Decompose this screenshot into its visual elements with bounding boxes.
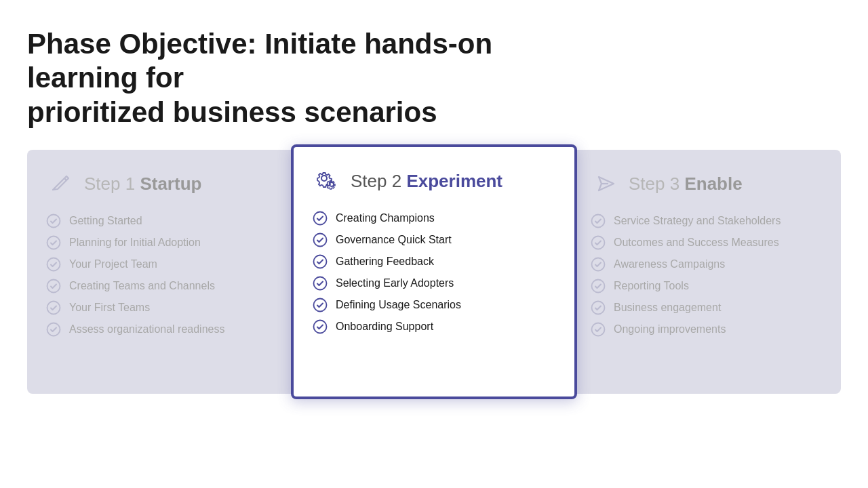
check-icon [46,279,61,293]
step-title-step2: Step 2 Experiment [351,171,502,192]
list-item: Service Strategy and Stakeholders [591,214,822,228]
check-icon [313,298,328,312]
svg-point-14 [592,215,605,228]
list-item: Defining Usage Scenarios [313,298,555,312]
svg-point-6 [321,176,327,181]
page-container: Phase Objective: Initiate hands-on learn… [0,0,868,488]
list-item-label: Business engagement [614,302,721,314]
check-icon [46,214,61,228]
step-items-step3: Service Strategy and Stakeholders Outcom… [591,214,822,337]
step-card-step1: Step 1 Startup Getting Started Planning … [27,150,296,394]
check-icon [591,300,606,315]
step-card-step3: Step 3 Enable Service Strategy and Stake… [572,150,841,394]
list-item: Reporting Tools [591,279,822,293]
step-items-step1: Getting Started Planning for Initial Ado… [46,214,277,337]
list-item-label: Ongoing improvements [614,323,726,336]
list-item: Your Project Team [46,257,277,272]
list-item-label: Your Project Team [69,258,157,270]
check-icon [313,211,328,226]
page-title: Phase Objective: Initiate hands-on learn… [27,27,570,129]
list-item: Ongoing improvements [591,322,822,337]
list-item-label: Reporting Tools [614,280,689,292]
list-item-label: Onboarding Support [336,321,433,333]
svg-point-5 [47,323,60,336]
check-icon [46,322,61,337]
list-item-label: Selecting Early Adopters [336,277,454,289]
list-item-label: Awareness Campaigns [614,258,725,270]
check-icon [591,322,606,337]
svg-point-4 [47,302,60,314]
list-item: Your First Teams [46,300,277,315]
step-header-step1: Step 1 Startup [46,169,277,199]
list-item-label: Your First Teams [69,302,150,314]
step-items-step2: Creating Champions Governance Quick Star… [313,211,555,334]
steps-container: Step 1 Startup Getting Started Planning … [27,150,841,394]
list-item-label: Creating Champions [336,212,435,224]
svg-point-15 [592,237,605,249]
svg-point-16 [592,258,605,271]
svg-point-1 [47,237,60,249]
svg-point-3 [47,280,60,293]
list-item-label: Creating Teams and Channels [69,280,215,292]
list-item: Gathering Feedback [313,254,555,269]
svg-point-9 [313,234,326,247]
check-icon [591,279,606,293]
check-icon [591,257,606,272]
list-item-label: Gathering Feedback [336,256,434,268]
step-title-step1: Step 1 Startup [84,174,201,195]
list-item: Selecting Early Adopters [313,276,555,291]
list-item-label: Planning for Initial Adoption [69,237,201,249]
svg-point-18 [592,302,605,314]
check-icon [46,257,61,272]
svg-point-12 [313,299,326,312]
step-header-step2: Step 2 Experiment [313,166,555,196]
list-item-label: Governance Quick Start [336,234,452,246]
check-icon [591,214,606,228]
list-item-label: Defining Usage Scenarios [336,299,461,311]
check-icon [313,254,328,269]
list-item: Assess organizational readiness [46,322,277,337]
svg-point-13 [313,321,326,333]
list-item-label: Outcomes and Success Measures [614,237,779,249]
check-icon [46,300,61,315]
list-item-label: Assess organizational readiness [69,323,224,336]
check-icon [313,232,328,247]
svg-point-19 [592,323,605,336]
svg-point-0 [47,215,60,228]
list-item: Awareness Campaigns [591,257,822,272]
step-title-step3: Step 3 Enable [629,174,743,195]
gears-icon [313,166,342,196]
step-header-step3: Step 3 Enable [591,169,822,199]
list-item-label: Service Strategy and Stakeholders [614,215,781,227]
svg-point-8 [313,212,326,225]
list-item: Outcomes and Success Measures [591,235,822,250]
list-item: Getting Started [46,214,277,228]
list-item: Business engagement [591,300,822,315]
check-icon [313,276,328,291]
pencil-icon [46,169,76,199]
check-icon [313,319,328,334]
svg-point-7 [330,182,334,186]
svg-point-17 [592,280,605,293]
list-item: Creating Teams and Channels [46,279,277,293]
list-item: Onboarding Support [313,319,555,334]
check-icon [591,235,606,250]
check-icon [46,235,61,250]
list-item: Governance Quick Start [313,232,555,247]
step-card-step2: Step 2 Experiment Creating Champions Gov… [291,144,577,399]
list-item-label: Getting Started [69,215,142,227]
list-item: Planning for Initial Adoption [46,235,277,250]
svg-point-2 [47,258,60,271]
svg-point-10 [313,256,326,268]
svg-point-11 [313,277,326,290]
send-icon [591,169,620,199]
list-item: Creating Champions [313,211,555,226]
